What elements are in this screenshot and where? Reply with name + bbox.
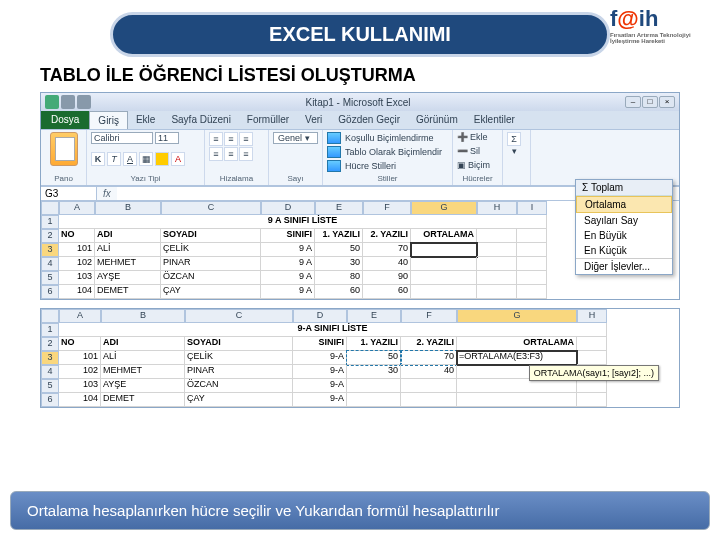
align-top[interactable]: ≡ <box>209 132 223 146</box>
format-cell-button[interactable]: ▣Biçim <box>457 160 498 170</box>
cell[interactable]: 80 <box>315 271 363 285</box>
cell[interactable]: ALİ <box>101 351 185 365</box>
cell[interactable]: 30 <box>315 257 363 271</box>
autosum-sayilari-say[interactable]: Sayıları Say <box>576 213 672 228</box>
cell[interactable]: ADI <box>95 229 161 243</box>
underline-button[interactable]: A <box>123 152 137 166</box>
cell[interactable]: ÖZCAN <box>185 379 293 393</box>
tab-ekle[interactable]: Ekle <box>128 111 163 129</box>
cell[interactable]: 102 <box>59 257 95 271</box>
cell[interactable] <box>477 271 517 285</box>
cell[interactable] <box>517 271 547 285</box>
tab-veri[interactable]: Veri <box>297 111 330 129</box>
paste-button[interactable] <box>50 132 78 166</box>
align-left[interactable]: ≡ <box>209 147 223 161</box>
cell[interactable]: 9 A <box>261 271 315 285</box>
cell[interactable]: SOYADI <box>185 337 293 351</box>
cell[interactable]: 2. YAZILI <box>363 229 411 243</box>
cell[interactable]: 9-A <box>293 351 347 365</box>
col-header[interactable]: H <box>577 309 607 323</box>
col-header[interactable]: B <box>101 309 185 323</box>
cell-selected[interactable] <box>411 243 477 257</box>
cell[interactable] <box>517 243 547 257</box>
font-size-select[interactable]: 11 <box>155 132 179 144</box>
cell[interactable] <box>347 393 401 407</box>
cell[interactable]: DEMET <box>101 393 185 407</box>
cell[interactable] <box>477 257 517 271</box>
col-header[interactable]: E <box>315 201 363 215</box>
col-header[interactable]: A <box>59 201 95 215</box>
align-mid[interactable]: ≡ <box>224 132 238 146</box>
tab-gorunum[interactable]: Görünüm <box>408 111 466 129</box>
row-header[interactable]: 3 <box>41 351 59 365</box>
close-button[interactable]: × <box>659 96 675 108</box>
name-box[interactable]: G3 <box>41 187 97 200</box>
row-header[interactable]: 4 <box>41 257 59 271</box>
fill-color-button[interactable] <box>155 152 169 166</box>
cell[interactable]: 1. YAZILI <box>347 337 401 351</box>
bold-button[interactable]: K <box>91 152 105 166</box>
row-header[interactable]: 4 <box>41 365 59 379</box>
cell-title[interactable]: 9-A SINIFI LİSTE <box>59 323 607 337</box>
cell[interactable]: 60 <box>315 285 363 299</box>
cell[interactable]: MEHMET <box>95 257 161 271</box>
font-name-select[interactable]: Calibri <box>91 132 153 144</box>
cell[interactable]: 9-A <box>293 393 347 407</box>
cell[interactable] <box>477 285 517 299</box>
col-header[interactable]: F <box>363 201 411 215</box>
cell[interactable]: 104 <box>59 393 101 407</box>
cell[interactable] <box>457 393 577 407</box>
align-center[interactable]: ≡ <box>224 147 238 161</box>
cell[interactable]: ALİ <box>95 243 161 257</box>
cell[interactable]: 103 <box>59 271 95 285</box>
cell[interactable] <box>517 229 547 243</box>
cell[interactable]: DEMET <box>95 285 161 299</box>
row-header[interactable]: 1 <box>41 215 59 229</box>
cell[interactable]: NO <box>59 337 101 351</box>
cell[interactable]: 50 <box>315 243 363 257</box>
row-header[interactable]: 5 <box>41 379 59 393</box>
cell[interactable]: 2. YAZILI <box>401 337 457 351</box>
cell-title[interactable]: 9 A SINIFI LİSTE <box>59 215 547 229</box>
cell[interactable]: 40 <box>363 257 411 271</box>
cell[interactable]: 90 <box>363 271 411 285</box>
cell[interactable]: 1. YAZILI <box>315 229 363 243</box>
cell[interactable]: 9 A <box>261 257 315 271</box>
file-tab[interactable]: Dosya <box>41 111 89 129</box>
autosum-ortalama[interactable]: Ortalama <box>576 196 672 213</box>
cell[interactable]: 102 <box>59 365 101 379</box>
cell[interactable]: AYŞE <box>95 271 161 285</box>
col-header[interactable]: H <box>477 201 517 215</box>
autosum-en-kucuk[interactable]: En Küçük <box>576 243 672 258</box>
cell[interactable]: ÇELİK <box>161 243 261 257</box>
row-header[interactable]: 1 <box>41 323 59 337</box>
autosum-header[interactable]: Σ Toplam <box>576 180 672 196</box>
tab-formuller[interactable]: Formüller <box>239 111 297 129</box>
cell[interactable] <box>411 257 477 271</box>
select-all-corner[interactable] <box>41 201 59 215</box>
cell[interactable] <box>477 229 517 243</box>
cell[interactable]: 70 <box>363 243 411 257</box>
autosum-diger[interactable]: Diğer İşlevler... <box>576 258 672 274</box>
col-header[interactable]: A <box>59 309 101 323</box>
maximize-button[interactable]: □ <box>642 96 658 108</box>
cell[interactable] <box>411 271 477 285</box>
col-header[interactable]: G <box>411 201 477 215</box>
font-color-button[interactable]: A <box>171 152 185 166</box>
cell[interactable] <box>517 257 547 271</box>
cell[interactable]: ORTALAMA <box>411 229 477 243</box>
col-header[interactable]: B <box>95 201 161 215</box>
cell[interactable]: 9-A <box>293 365 347 379</box>
cell[interactable] <box>477 243 517 257</box>
row-header[interactable]: 2 <box>41 337 59 351</box>
cell[interactable]: 104 <box>59 285 95 299</box>
col-header[interactable]: E <box>347 309 401 323</box>
cell[interactable]: 60 <box>363 285 411 299</box>
italic-button[interactable]: T <box>107 152 121 166</box>
quick-access-toolbar[interactable] <box>45 95 91 109</box>
cell[interactable]: ADI <box>101 337 185 351</box>
autosum-button[interactable]: Σ ▾ <box>507 132 521 146</box>
delete-cell-button[interactable]: ➖Sil <box>457 146 498 156</box>
row-header[interactable]: 3 <box>41 243 59 257</box>
cell[interactable]: ORTALAMA <box>457 337 577 351</box>
